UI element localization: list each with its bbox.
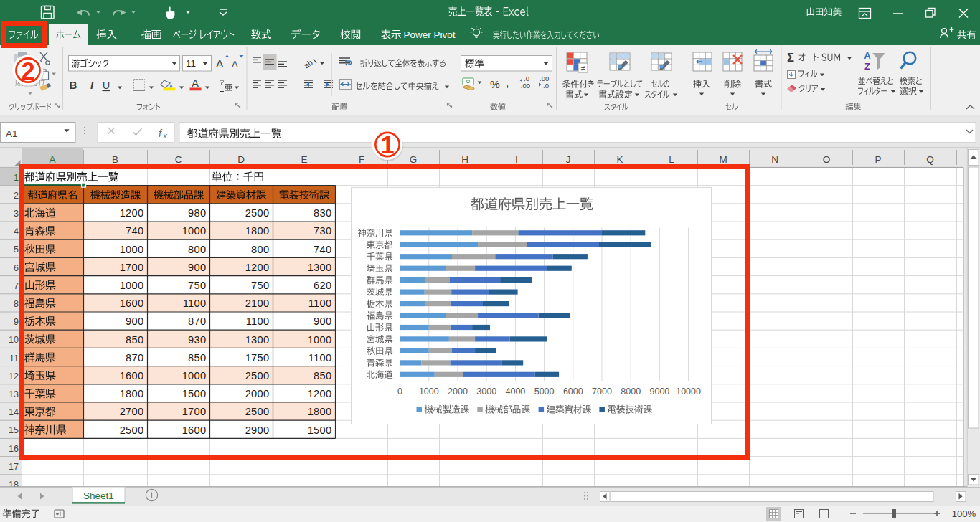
svg-text:1200: 1200: [245, 262, 270, 273]
svg-text:A: A: [232, 59, 238, 70]
svg-text:1200: 1200: [120, 207, 144, 219]
svg-text:7: 7: [14, 281, 19, 291]
svg-text:1700: 1700: [182, 406, 207, 417]
svg-text:E: E: [301, 154, 307, 165]
svg-text:H: H: [461, 154, 468, 165]
svg-text:1000: 1000: [182, 370, 207, 381]
svg-text:1750: 1750: [245, 352, 270, 364]
svg-text:15: 15: [9, 425, 19, 435]
svg-text:11: 11: [186, 58, 196, 69]
svg-text:2500: 2500: [245, 207, 270, 219]
svg-text:1500: 1500: [308, 424, 332, 436]
svg-text:750: 750: [188, 280, 206, 291]
svg-text:9000: 9000: [649, 386, 669, 397]
svg-text:9: 9: [14, 317, 19, 327]
svg-text:13: 13: [9, 389, 19, 399]
svg-text:Sheet1: Sheet1: [83, 490, 114, 501]
svg-text:1800: 1800: [308, 406, 332, 417]
svg-text:1000: 1000: [120, 280, 144, 291]
svg-text:5: 5: [14, 245, 19, 255]
svg-text:Σ: Σ: [787, 51, 794, 64]
svg-text:2000: 2000: [448, 386, 468, 397]
svg-text:100%: 100%: [952, 508, 976, 519]
svg-text:2100: 2100: [245, 298, 270, 309]
svg-text:850: 850: [314, 370, 331, 381]
svg-text:870: 870: [188, 315, 206, 327]
svg-text:1500: 1500: [182, 388, 207, 399]
svg-text:M: M: [719, 154, 727, 165]
svg-text:Power Pivot: Power Pivot: [403, 29, 455, 40]
svg-text:900: 900: [314, 315, 331, 327]
svg-text:6: 6: [14, 263, 19, 273]
svg-text:1: 1: [14, 173, 19, 183]
svg-text:.00: .00: [521, 82, 530, 90]
svg-text:2500: 2500: [120, 424, 144, 436]
svg-text:I: I: [515, 154, 518, 165]
svg-text:1200: 1200: [308, 388, 332, 399]
svg-text:,: ,: [506, 76, 509, 90]
svg-text:850: 850: [126, 334, 143, 346]
svg-text:A: A: [49, 154, 55, 165]
svg-text:1000: 1000: [419, 386, 439, 397]
svg-text:740: 740: [314, 244, 331, 255]
svg-text:750: 750: [251, 280, 269, 291]
svg-text:2: 2: [21, 57, 34, 85]
svg-text:2: 2: [14, 191, 19, 201]
svg-text:8: 8: [14, 299, 19, 309]
svg-text:1100: 1100: [183, 298, 207, 309]
svg-text:17: 17: [9, 462, 19, 472]
svg-text:620: 620: [314, 280, 331, 291]
svg-text:1800: 1800: [245, 225, 270, 237]
svg-text:900: 900: [126, 315, 143, 327]
svg-text:730: 730: [314, 225, 331, 237]
svg-text:A: A: [216, 57, 224, 70]
svg-text:J: J: [566, 154, 571, 165]
svg-text:6000: 6000: [563, 386, 583, 397]
svg-text:P: P: [875, 154, 881, 165]
svg-text:C: C: [175, 154, 182, 165]
svg-text:740: 740: [126, 225, 143, 237]
svg-text:1000: 1000: [308, 334, 332, 346]
svg-text:K: K: [616, 154, 623, 165]
svg-text:2700: 2700: [120, 406, 144, 417]
svg-text:≠: ≠: [580, 64, 585, 72]
svg-text:1: 1: [380, 131, 394, 158]
svg-text:2500: 2500: [245, 370, 270, 381]
svg-text:B: B: [70, 79, 77, 91]
svg-text:1800: 1800: [120, 388, 144, 399]
svg-text:3000: 3000: [476, 386, 496, 397]
svg-text:3: 3: [14, 209, 19, 219]
svg-text:1600: 1600: [182, 424, 207, 436]
svg-text:10: 10: [9, 335, 19, 345]
svg-text:N: N: [771, 154, 778, 165]
svg-text:D: D: [237, 154, 245, 165]
svg-text:870: 870: [126, 352, 143, 364]
svg-text:900: 900: [188, 262, 206, 273]
svg-text:980: 980: [188, 207, 206, 219]
svg-text:2000: 2000: [245, 388, 270, 399]
svg-text:4: 4: [14, 227, 19, 237]
svg-text:1100: 1100: [308, 352, 332, 364]
svg-text:G: G: [410, 154, 418, 165]
svg-text:14: 14: [9, 407, 19, 417]
svg-text:Z: Z: [864, 61, 870, 72]
svg-text:11: 11: [9, 353, 19, 364]
svg-text:850: 850: [188, 352, 206, 364]
svg-text:4000: 4000: [505, 386, 525, 397]
svg-text:12: 12: [9, 371, 19, 381]
svg-text:.0: .0: [543, 82, 549, 90]
svg-text:O: O: [823, 154, 831, 165]
svg-text:0: 0: [397, 386, 402, 397]
svg-text:%: %: [490, 78, 500, 90]
svg-text:B: B: [112, 154, 118, 165]
svg-text:1100: 1100: [308, 298, 332, 309]
svg-text:2900: 2900: [245, 424, 270, 436]
svg-text:800: 800: [188, 244, 206, 255]
svg-text:Q: Q: [926, 154, 934, 165]
svg-text:1300: 1300: [308, 262, 332, 273]
svg-text:1600: 1600: [120, 298, 144, 309]
svg-text:1100: 1100: [246, 315, 270, 327]
svg-text:10000: 10000: [676, 386, 701, 397]
svg-text:L: L: [669, 154, 674, 165]
svg-text:U: U: [103, 80, 110, 91]
